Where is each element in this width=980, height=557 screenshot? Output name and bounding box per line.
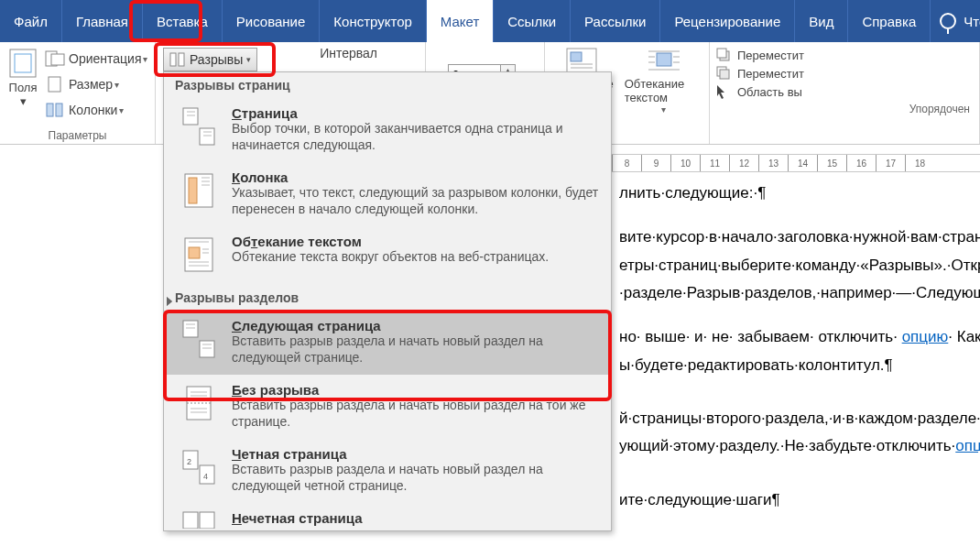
page-break-icon [175,105,223,147]
tab-insert[interactable]: Вставка [143,0,223,42]
group-page-setup-label: Параметры [5,127,149,142]
doc-link[interactable]: опцию [902,328,949,345]
tab-strip: Файл Главная Вставка Рисование Конструкт… [0,0,980,42]
svg-rect-10 [571,52,582,61]
ruler: 8 9 10 11 12 13 14 15 16 17 18 [612,154,980,172]
selection-pane-label: Область вы [737,85,802,99]
gallery-section-pages: Разрывы страниц [164,72,611,98]
textwrap-break-icon [175,234,223,276]
ruler-tick: 16 [846,155,876,171]
gallery-item-title: Следующая страница [232,318,600,333]
doc-line: й·страницы·второго·раздела,·и·в·каждом·р… [619,407,973,431]
send-backward-icon [715,65,734,82]
svg-rect-21 [717,49,726,58]
chevron-down-icon: ▾ [246,55,251,64]
svg-rect-42 [183,321,198,337]
gallery-item-title: Четная страница [232,446,600,462]
ruler-tick: 12 [729,155,758,171]
gallery-item-title: Обтекание текстом [232,234,549,249]
bring-forward-icon [715,47,734,63]
svg-rect-3 [51,54,64,65]
columns-icon [45,101,65,119]
tab-design[interactable]: Конструктор [320,0,427,42]
size-button[interactable]: Размер ▾ [40,72,152,96]
tab-file[interactable]: Файл [0,0,62,42]
ruler-tick: 8 [612,155,641,171]
gallery-item-title: Без разрыва [232,382,600,398]
tab-draw[interactable]: Рисование [223,0,321,42]
interval-header: Интервал [320,46,377,60]
gallery-item-desc: Выбор точки, в которой заканчивается одн… [232,121,600,153]
selection-pane-icon [715,83,734,100]
ruler-tick: 11 [700,155,729,171]
gallery-item-even-page[interactable]: 24 Четная страница Вставить разрыв разде… [164,439,611,503]
gallery-item-page[interactable]: Страница Выбор точки, в которой заканчив… [164,98,611,162]
wrap-text-button[interactable]: Обтекание текстом ▾ [625,46,703,115]
gallery-item-textwrap[interactable]: Обтекание текстом Обтекание текста вокру… [164,226,611,285]
orientation-button[interactable]: Ориентация ▾ [40,47,152,71]
breaks-icon [169,52,186,67]
tab-layout[interactable]: Макет [427,0,494,42]
gallery-item-odd-page[interactable]: Нечетная страница [164,503,611,530]
group-arrange-label: Упорядочен [715,101,974,115]
svg-text:4: 4 [203,472,208,481]
size-label: Размер [69,77,113,92]
even-page-break-icon: 24 [175,446,223,488]
gallery-item-column[interactable]: Колонка Указывает, что текст, следующий … [164,162,611,226]
svg-rect-23 [720,70,729,79]
columns-label: Колонки [69,103,117,117]
chevron-down-icon: ▾ [114,80,119,90]
gallery-item-title: Нечетная страница [232,510,363,526]
svg-rect-4 [49,77,60,92]
svg-rect-5 [47,104,53,116]
gallery-section-sections: Разрывы разделов [164,285,611,311]
svg-rect-58 [183,512,198,529]
tell-me[interactable]: Что вы хо [931,0,980,42]
tab-review[interactable]: Рецензирование [660,0,795,42]
send-backward-button[interactable]: Переместит [715,65,974,82]
gallery-item-title: Страница [232,105,600,121]
doc-line: ите·следующие·шаги¶ [619,488,973,512]
gallery-item-title: Колонка [232,169,600,185]
bring-forward-button[interactable]: Переместит [715,47,974,63]
ruler-tick: 9 [641,155,670,171]
svg-rect-36 [189,247,200,258]
ruler-tick: 10 [670,155,700,171]
orientation-icon [45,49,65,68]
doc-line: но· выше· и· не· забываем· отключить· оп… [619,325,973,349]
columns-button[interactable]: Колонки ▾ [40,98,152,122]
svg-rect-13 [657,53,671,66]
doc-line: ующий·этому·разделу.·Не·забудьте·отключи… [619,434,973,458]
tell-me-text: Что вы хо [964,14,980,29]
bring-forward-label: Переместит [737,49,804,62]
ruler-tick: 13 [758,155,788,171]
svg-rect-25 [200,128,214,145]
tab-view[interactable]: Вид [795,0,848,42]
gallery-item-next-page[interactable]: Следующая страница Вставить разрыв разде… [164,311,611,375]
document-area[interactable]: лнить·следующие:·¶ вите·курсор·в·начало·… [612,172,980,557]
doc-line: ы·будете·редактировать·колонтитул.¶ [619,354,973,377]
odd-page-break-icon [175,510,223,529]
selection-pane-button[interactable]: Область вы [715,83,974,100]
tab-help[interactable]: Справка [848,0,931,42]
breaks-button[interactable]: Разрывы ▾ [163,48,257,71]
wrap-text-icon [646,46,682,77]
tab-references[interactable]: Ссылки [494,0,571,42]
margins-button[interactable]: Поля ▾ [5,46,40,110]
gallery-item-desc: Указывает, что текст, следующий за разры… [232,185,600,217]
svg-rect-6 [56,104,62,116]
group-page-setup: Поля ▾ Ориентация ▾ [0,42,156,144]
wrap-text-label: Обтекание текстом [625,77,703,104]
doc-line: ·разделе·Разрыв·разделов,·например·—·Сле… [619,281,973,305]
breaks-gallery: Разрывы страниц Страница Выбор точки, в … [163,71,612,531]
doc-line: лнить·следующие:·¶ [619,181,973,205]
tab-home[interactable]: Главная [62,0,143,42]
tab-mailings[interactable]: Рассылки [571,0,660,42]
gallery-item-continuous[interactable]: Без разрыва Вставить разрыв раздела и на… [164,375,611,439]
chevron-down-icon: ▾ [119,105,124,115]
bulb-icon [940,13,956,29]
margins-label: Поля [9,81,38,94]
margins-icon [7,48,38,79]
doc-link[interactable]: опц [955,437,980,454]
svg-rect-8 [179,53,184,66]
